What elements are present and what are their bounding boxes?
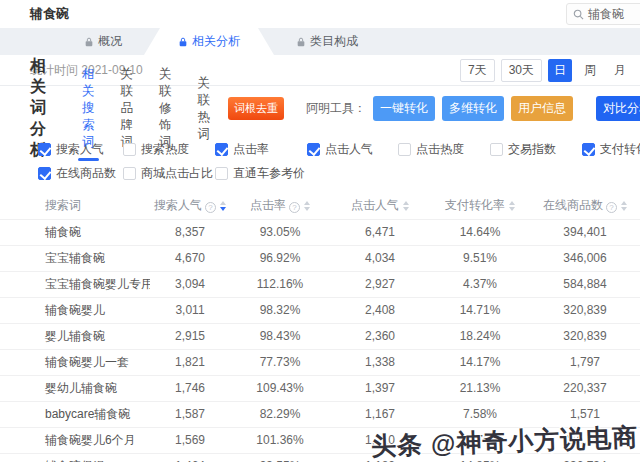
nav-tab-category[interactable]: 类目构成: [274, 28, 380, 55]
tool-button[interactable]: 用户信息: [511, 96, 573, 121]
range-7d-button[interactable]: 7天: [460, 59, 495, 82]
section-tab[interactable]: 关联热词: [198, 63, 211, 155]
info-icon[interactable]: ?: [205, 202, 216, 213]
column-header-conversion-rate[interactable]: 支付转化率: [430, 193, 530, 219]
keyword-cell: 辅食碗婴儿6个月: [0, 427, 150, 453]
lock-icon: [84, 37, 94, 47]
checkbox-icon[interactable]: [215, 167, 228, 180]
value-cell: 96.92%: [230, 245, 330, 271]
filter-checkbox[interactable]: 点击率: [215, 141, 307, 158]
granularity-month-button[interactable]: 月: [608, 59, 632, 82]
granularity-day-button[interactable]: 日: [548, 59, 572, 82]
value-cell: 584,884: [530, 271, 640, 297]
value-cell: 14.71%: [430, 297, 530, 323]
value-cell: 8,357: [150, 219, 230, 245]
filter-label: 交易指数: [508, 141, 556, 158]
search-input[interactable]: 辅食碗: [566, 3, 640, 25]
column-header-click-rate[interactable]: 点击率?: [230, 193, 330, 219]
filter-row-2: 在线商品数商城点击占比直通车参考价: [38, 163, 640, 183]
filter-checkbox[interactable]: 点击人气: [307, 141, 398, 158]
checkbox-icon[interactable]: [38, 143, 51, 156]
value-cell: 101.36%: [230, 427, 330, 453]
sort-icon[interactable]: [304, 201, 310, 211]
value-cell: 93.05%: [230, 219, 330, 245]
sort-icon[interactable]: [220, 201, 226, 211]
lock-icon: [296, 37, 306, 47]
keyword-cell: 宝宝辅食碗: [0, 245, 150, 271]
info-icon[interactable]: ?: [289, 202, 300, 213]
tool-button[interactable]: 一键转化: [373, 96, 435, 121]
value-cell: 21.13%: [430, 375, 530, 401]
checkbox-icon[interactable]: [307, 143, 320, 156]
keyword-cell: 辅食碗保温: [0, 453, 150, 462]
dedupe-button[interactable]: 词根去重: [228, 97, 284, 120]
filter-checkbox[interactable]: 点击热度: [398, 141, 490, 158]
checkbox-icon[interactable]: [123, 167, 136, 180]
info-icon[interactable]: ?: [606, 202, 617, 213]
value-cell: 6,471: [330, 219, 430, 245]
section-tabs: 相关搜索词关联品牌词关联修饰词关联热词: [82, 54, 210, 163]
section-tab[interactable]: 关联修饰词: [159, 54, 172, 163]
table-row[interactable]: 辅食碗8,35793.05%6,47114.64%394,401: [0, 219, 640, 245]
keyword-cell: 辅食碗婴儿一套: [0, 349, 150, 375]
sort-icon[interactable]: [509, 201, 515, 211]
value-cell: 2,927: [330, 271, 430, 297]
table-header-row: 搜索词 搜索人气? 点击率? 点击人气 支付转化率 在线商品数?: [0, 193, 640, 219]
value-cell: 77.73%: [230, 349, 330, 375]
value-cell: 1,167: [330, 401, 430, 427]
table-row[interactable]: 婴儿辅食碗2,91598.43%2,36018.24%320,839: [0, 323, 640, 349]
column-header-click-popularity[interactable]: 点击人气: [330, 193, 430, 219]
keyword-analysis-page: 辅食碗 辅食碗 概况 相关分析 类目构成: [0, 0, 640, 462]
value-cell: 7.58%: [430, 401, 530, 427]
filter-label: 点击热度: [416, 141, 464, 158]
checkbox-icon[interactable]: [582, 143, 595, 156]
checkbox-icon[interactable]: [38, 167, 51, 180]
table-row[interactable]: 辅食碗婴儿3,01198.32%2,40814.71%320,839: [0, 297, 640, 323]
tool-button[interactable]: 对比分析: [596, 96, 640, 121]
value-cell: 1,821: [150, 349, 230, 375]
granularity-week-button[interactable]: 周: [578, 59, 602, 82]
value-cell: 4.37%: [430, 271, 530, 297]
value-cell: 2,360: [330, 323, 430, 349]
sort-icon[interactable]: [403, 201, 409, 211]
sort-icon[interactable]: [621, 201, 627, 211]
value-cell: 1,797: [530, 349, 640, 375]
filter-checkbox[interactable]: 在线商品数: [38, 165, 123, 182]
keyword-cell: 婴幼儿辅食碗: [0, 375, 150, 401]
filter-checkbox[interactable]: 交易指数: [490, 141, 582, 158]
filter-checkbox[interactable]: 支付转化率: [582, 141, 640, 158]
table-row[interactable]: 婴幼儿辅食碗1,746109.43%1,39721.13%220,337: [0, 375, 640, 401]
tool-button[interactable]: 多维转化: [442, 96, 504, 121]
tools-area: 阿明工具： 一键转化多维转化用户信息对比分析: [306, 96, 640, 121]
section-tab[interactable]: 相关搜索词: [82, 54, 95, 163]
value-cell: 3,094: [150, 271, 230, 297]
checkbox-icon[interactable]: [123, 143, 136, 156]
value-cell: 4,034: [330, 245, 430, 271]
nav-tab-related-analysis[interactable]: 相关分析: [144, 28, 274, 55]
value-cell: 109.43%: [230, 375, 330, 401]
checkbox-icon[interactable]: [215, 143, 228, 156]
nav-tab-label: 类目构成: [310, 33, 358, 50]
value-cell: 2,915: [150, 323, 230, 349]
filter-checkbox[interactable]: 商城点击占比: [123, 165, 215, 182]
range-30d-button[interactable]: 30天: [501, 59, 542, 82]
value-cell: 14.17%: [430, 349, 530, 375]
filter-checkbox[interactable]: 直通车参考价: [215, 165, 307, 182]
value-cell: 220,337: [530, 375, 640, 401]
filter-label: 支付转化率: [600, 141, 640, 158]
checkbox-icon[interactable]: [490, 143, 503, 156]
keyword-cell: 辅食碗: [0, 219, 150, 245]
page-title: 辅食碗: [30, 5, 69, 23]
column-header-online-products[interactable]: 在线商品数?: [530, 193, 640, 219]
keyword-table: 搜索词 搜索人气? 点击率? 点击人气 支付转化率 在线商品数? 辅食: [0, 193, 640, 462]
table-row[interactable]: 宝宝辅食碗婴儿专用3,094112.16%2,9274.37%584,884: [0, 271, 640, 297]
table-row[interactable]: 宝宝辅食碗4,67096.92%4,0349.51%346,006: [0, 245, 640, 271]
value-cell: 346,006: [530, 245, 640, 271]
nav-tab-overview[interactable]: 概况: [62, 28, 144, 55]
value-cell: 4,670: [150, 245, 230, 271]
table-row[interactable]: 辅食碗婴儿一套1,82177.73%1,33814.17%1,797: [0, 349, 640, 375]
value-cell: 1,746: [150, 375, 230, 401]
column-header-search-popularity[interactable]: 搜索人气?: [150, 193, 230, 219]
value-cell: 394,401: [530, 219, 640, 245]
checkbox-icon[interactable]: [398, 143, 411, 156]
